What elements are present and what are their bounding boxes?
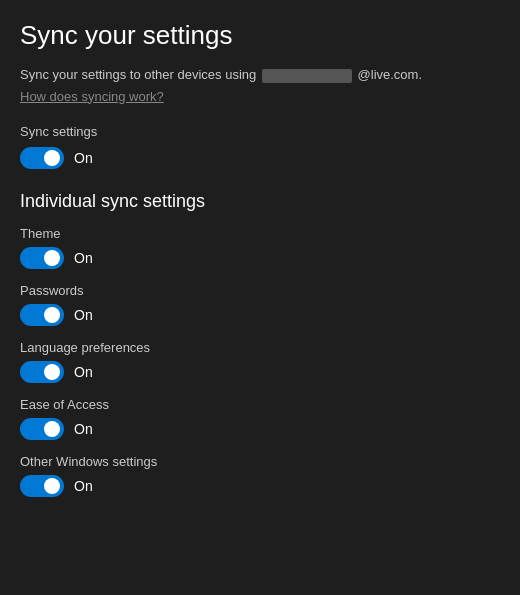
toggle-state-0: On bbox=[74, 250, 93, 266]
toggle-thumb-1 bbox=[44, 307, 60, 323]
sync-settings-toggle[interactable] bbox=[20, 147, 64, 169]
page-title: Sync your settings bbox=[20, 20, 500, 51]
setting-group-0: ThemeOn bbox=[20, 226, 500, 269]
setting-name-0: Theme bbox=[20, 226, 500, 241]
toggle-2[interactable] bbox=[20, 361, 64, 383]
toggle-row-1: On bbox=[20, 304, 500, 326]
individual-settings-container: ThemeOnPasswordsOnLanguage preferencesOn… bbox=[20, 226, 500, 497]
toggle-row-2: On bbox=[20, 361, 500, 383]
toggle-3[interactable] bbox=[20, 418, 64, 440]
toggle-state-2: On bbox=[74, 364, 93, 380]
subtitle-prefix: Sync your settings to other devices usin… bbox=[20, 67, 256, 82]
subtitle: Sync your settings to other devices usin… bbox=[20, 67, 500, 83]
individual-section-heading: Individual sync settings bbox=[20, 191, 500, 212]
sync-settings-toggle-row: On bbox=[20, 147, 500, 169]
toggle-state-3: On bbox=[74, 421, 93, 437]
toggle-4[interactable] bbox=[20, 475, 64, 497]
setting-name-1: Passwords bbox=[20, 283, 500, 298]
sync-settings-state: On bbox=[74, 150, 93, 166]
subtitle-suffix: @live.com. bbox=[358, 67, 423, 82]
setting-name-3: Ease of Access bbox=[20, 397, 500, 412]
toggle-row-0: On bbox=[20, 247, 500, 269]
toggle-thumb bbox=[44, 150, 60, 166]
setting-group-2: Language preferencesOn bbox=[20, 340, 500, 383]
setting-group-4: Other Windows settingsOn bbox=[20, 454, 500, 497]
toggle-0[interactable] bbox=[20, 247, 64, 269]
toggle-thumb-0 bbox=[44, 250, 60, 266]
toggle-state-4: On bbox=[74, 478, 93, 494]
setting-name-4: Other Windows settings bbox=[20, 454, 500, 469]
toggle-thumb-3 bbox=[44, 421, 60, 437]
setting-name-2: Language preferences bbox=[20, 340, 500, 355]
toggle-thumb-4 bbox=[44, 478, 60, 494]
sync-settings-group: Sync settings On bbox=[20, 124, 500, 169]
toggle-row-4: On bbox=[20, 475, 500, 497]
toggle-row-3: On bbox=[20, 418, 500, 440]
setting-group-1: PasswordsOn bbox=[20, 283, 500, 326]
how-does-syncing-link[interactable]: How does syncing work? bbox=[20, 89, 500, 104]
toggle-thumb-2 bbox=[44, 364, 60, 380]
setting-group-3: Ease of AccessOn bbox=[20, 397, 500, 440]
toggle-1[interactable] bbox=[20, 304, 64, 326]
email-redacted bbox=[262, 69, 352, 83]
sync-settings-label: Sync settings bbox=[20, 124, 500, 139]
toggle-state-1: On bbox=[74, 307, 93, 323]
